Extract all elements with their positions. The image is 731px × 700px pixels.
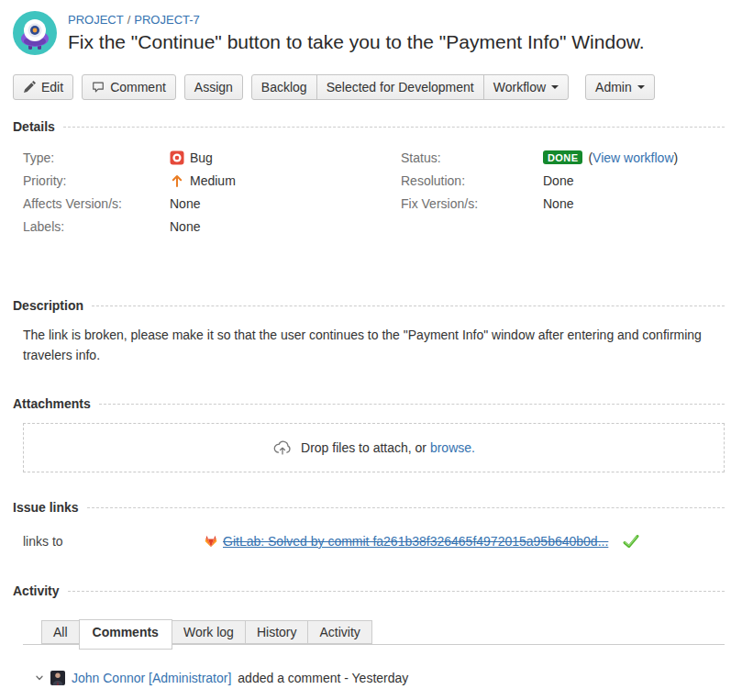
resolution-value: Done [543, 173, 573, 188]
link-relation-label: links to [23, 534, 204, 549]
view-workflow-wrap: (View workflow) [588, 150, 678, 165]
description-heading: Description [13, 298, 725, 313]
chevron-down-icon [551, 85, 559, 93]
resolution-label: Resolution: [401, 173, 543, 188]
workflow-dropdown-button[interactable]: Workflow [483, 74, 569, 100]
priority-label: Priority: [23, 173, 170, 188]
upload-cloud-icon [272, 438, 293, 458]
bug-icon [170, 150, 184, 165]
labels-value: None [170, 219, 200, 234]
project-avatar [13, 11, 57, 55]
tab-work-log[interactable]: Work log [172, 620, 246, 644]
breadcrumb-issue-link[interactable]: PROJECT-7 [134, 13, 200, 27]
resolution-row: Resolution: Done [391, 169, 725, 192]
section-divider [68, 591, 725, 592]
edit-button-label: Edit [41, 80, 63, 94]
issue-links-heading-label: Issue links [13, 500, 79, 515]
section-divider [92, 306, 725, 306]
issue-links-heading: Issue links [13, 500, 725, 515]
activity-section: Activity All Comments Work log History A… [13, 583, 725, 700]
priority-row: Priority: Medium [13, 169, 369, 192]
tab-all[interactable]: All [41, 620, 80, 644]
activity-heading: Activity [13, 583, 725, 598]
edit-button[interactable]: Edit [13, 74, 73, 100]
admin-button-label: Admin [595, 80, 632, 94]
issue-link-row: links to GitLab: Solved by commit fa261b… [23, 532, 725, 550]
attachments-section: Attachments Drop files to attach, or bro… [13, 396, 725, 472]
activity-heading-label: Activity [13, 583, 60, 598]
details-heading: Details [13, 119, 725, 134]
backlog-button-label: Backlog [261, 80, 307, 94]
backlog-button[interactable]: Backlog [251, 74, 317, 100]
view-workflow-link[interactable]: View workflow [593, 150, 673, 165]
admin-dropdown-button[interactable]: Admin [585, 74, 655, 100]
issue-header: PROJECT/PROJECT-7 Fix the "Continue" but… [13, 11, 725, 55]
fix-version-row: Fix Version/s: None [391, 192, 725, 215]
breadcrumb-project-link[interactable]: PROJECT [68, 13, 124, 27]
gitlab-commit-link[interactable]: GitLab: Solved by commit fa261b38f326465… [204, 534, 608, 549]
status-row: Status: DONE (View workflow) [391, 146, 725, 169]
resolved-check-icon [622, 532, 640, 550]
issue-page: PROJECT/PROJECT-7 Fix the "Continue" but… [0, 0, 731, 700]
attachments-heading: Attachments [13, 396, 725, 411]
dropzone-text: Drop files to attach, or browse. [301, 440, 475, 455]
page-title: Fix the "Continue" button to take you to… [68, 31, 645, 53]
tab-activity[interactable]: Activity [307, 620, 371, 644]
assign-button-label: Assign [194, 80, 233, 94]
description-heading-label: Description [13, 298, 83, 313]
assign-button[interactable]: Assign [184, 74, 243, 100]
priority-value: Medium [190, 173, 236, 188]
drop-text: Drop files to attach, or [301, 440, 426, 455]
issue-links-section: Issue links links to GitLab: Solved by c… [13, 500, 725, 550]
description-text: The link is broken, please make it so th… [23, 325, 712, 365]
pencil-icon [23, 81, 36, 94]
details-left-column: Type: Bug Priority: [13, 146, 369, 238]
fix-version-label: Fix Version/s: [401, 196, 543, 211]
details-properties: Type: Bug Priority: [13, 146, 725, 238]
gitlab-commit-link-text: GitLab: Solved by commit fa261b38f326465… [223, 534, 608, 549]
attachment-dropzone[interactable]: Drop files to attach, or browse. [23, 423, 725, 472]
comment-bubble-icon [92, 81, 105, 94]
breadcrumb: PROJECT/PROJECT-7 [68, 13, 645, 27]
tab-history[interactable]: History [245, 620, 309, 644]
collapse-chevron-icon[interactable] [35, 673, 44, 683]
tab-comments[interactable]: Comments [79, 619, 172, 650]
browse-link[interactable]: browse. [430, 440, 475, 455]
labels-row: Labels: None [13, 215, 369, 238]
labels-label: Labels: [23, 219, 170, 234]
selected-for-development-label: Selected for Development [327, 80, 474, 94]
details-section: Details Type: Bug Priori [13, 119, 725, 238]
gitlab-icon [204, 534, 218, 549]
workflow-button-label: Workflow [493, 80, 546, 94]
workflow-button-group: Backlog Selected for Development Workflo… [251, 74, 569, 100]
status-badge: DONE [543, 150, 582, 164]
status-label: Status: [401, 150, 543, 165]
user-avatar [50, 671, 65, 685]
comment-action-text: added a comment - Yesterday [238, 671, 408, 685]
comment-button-label: Comment [110, 80, 166, 94]
comment-author-link[interactable]: John Connor [Administrator] [72, 671, 231, 685]
type-row: Type: Bug [13, 146, 369, 169]
paren-close: ) [674, 150, 679, 165]
section-divider [87, 507, 725, 508]
description-section: Description The link is broken, please m… [13, 298, 725, 365]
comment-button[interactable]: Comment [82, 74, 176, 100]
header-text: PROJECT/PROJECT-7 Fix the "Continue" but… [68, 11, 645, 53]
section-divider [99, 404, 725, 405]
comment-header: John Connor [Administrator] added a comm… [35, 671, 725, 685]
affects-version-row: Affects Version/s: None [13, 192, 369, 215]
section-divider [63, 127, 725, 128]
toolbar: Edit Comment Assign Backlog Selected for… [13, 74, 725, 100]
chevron-down-icon [637, 85, 645, 93]
affects-version-value: None [170, 196, 200, 211]
fix-version-value: None [543, 196, 573, 211]
details-right-column: Status: DONE (View workflow) Resolution:… [369, 146, 725, 238]
selected-for-development-button[interactable]: Selected for Development [316, 74, 484, 100]
affects-version-label: Affects Version/s: [23, 196, 170, 211]
type-value: Bug [190, 150, 213, 165]
type-label: Type: [23, 150, 170, 165]
details-heading-label: Details [13, 119, 55, 134]
activity-tabs: All Comments Work log History Activity [23, 617, 725, 645]
comment-item: John Connor [Administrator] added a comm… [35, 671, 725, 700]
priority-medium-icon [170, 173, 184, 188]
